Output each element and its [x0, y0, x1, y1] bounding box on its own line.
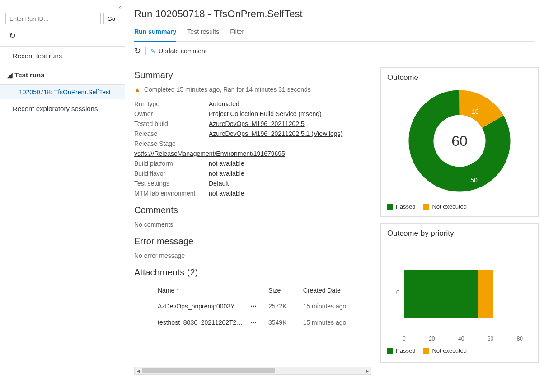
label-run-type: Run type [134, 100, 209, 107]
run-id-input[interactable] [5, 13, 101, 24]
legend-not-executed: Not executed [423, 203, 467, 210]
summary-panel: Summary ▲ Completed 15 minutes ago, Ran … [125, 61, 380, 392]
link-tested-build[interactable]: AzureDevOps_M196_20211202.5 [209, 120, 305, 127]
outcome-title: Outcome [387, 73, 532, 82]
link-release-stage[interactable]: vstfs:///ReleaseManagement/Environment/1… [134, 150, 285, 157]
outcome-card: Outcome 10 50 60 Passed Not executed [380, 67, 539, 217]
nav-test-runs-label: Test runs [14, 71, 44, 79]
value-mtm-env: not available [209, 190, 371, 197]
label-build-flavor: Build flavor [134, 170, 209, 177]
attachment-created: 15 minutes ago [300, 314, 371, 331]
label-release-stage: Release Stage [134, 140, 371, 147]
comments-heading: Comments [134, 205, 371, 215]
update-comment-label: Update comment [159, 47, 207, 55]
summary-grid: Run type Automated Owner Project Collect… [134, 100, 371, 197]
value-test-settings: Default [209, 180, 371, 187]
error-body: No error message [134, 252, 371, 259]
label-tested-build: Tested build [134, 120, 209, 127]
label-release: Release [134, 130, 209, 137]
tab-filter[interactable]: Filter [230, 28, 244, 41]
scroll-left-icon[interactable]: ◄ [135, 369, 142, 373]
bar-not-executed [478, 270, 493, 318]
priority-title: Outcome by priority [387, 229, 532, 238]
charts-panel: Outcome 10 50 60 Passed Not executed [380, 61, 544, 392]
label-owner: Owner [134, 110, 209, 117]
label-test-settings: Test settings [134, 180, 209, 187]
value-run-type: Automated [209, 100, 371, 107]
label-build-platform: Build platform [134, 160, 209, 167]
donut-green-value: 50 [470, 177, 478, 184]
donut-total: 60 [451, 133, 468, 149]
tab-run-summary[interactable]: Run summary [134, 28, 176, 42]
attachment-size: 3549K [266, 314, 300, 331]
legend-passed: Passed [387, 347, 415, 354]
attachments-table: Name ↑ Size Created Date AzDevOps_onprem… [134, 283, 371, 331]
warning-icon: ▲ [134, 86, 141, 93]
x-tick: 40 [458, 336, 464, 342]
more-icon[interactable]: ⋯ [250, 319, 257, 326]
bar-passed [404, 270, 478, 318]
outcome-donut-chart: 10 50 60 [387, 87, 532, 195]
nav-recent-test-runs[interactable]: Recent test runs [0, 47, 125, 65]
x-tick: 80 [517, 336, 523, 342]
legend-not-executed: Not executed [423, 347, 467, 354]
col-size[interactable]: Size [266, 283, 300, 298]
update-comment-button[interactable]: ✎ Update comment [150, 47, 207, 55]
attachment-name: testhost_8036_20211202T20… [155, 314, 248, 331]
main: Run 102050718 - TfsOnPrem.SelfTest Run s… [125, 0, 544, 392]
error-heading: Error message [134, 236, 371, 247]
nav-recent-exploratory-sessions[interactable]: Recent exploratory sessions [0, 99, 125, 118]
go-button[interactable]: Go [103, 13, 119, 24]
table-row[interactable]: AzDevOps_onpremp0003YO… ⋯ 2572K 15 minut… [134, 298, 371, 315]
label-mtm-env: MTM lab environment [134, 190, 209, 197]
more-icon[interactable]: ⋯ [250, 303, 257, 310]
pencil-icon: ✎ [150, 47, 156, 55]
x-tick: 0 [403, 336, 406, 342]
legend-passed: Passed [387, 203, 415, 210]
priority-card: Outcome by priority 0 0 20 40 60 [380, 223, 539, 363]
attachment-size: 2572K [266, 298, 300, 315]
x-tick: 20 [429, 336, 435, 342]
table-row[interactable]: testhost_8036_20211202T20… ⋯ 3549K 15 mi… [134, 314, 371, 331]
col-created[interactable]: Created Date [300, 283, 371, 298]
comments-body: No comments [134, 221, 371, 228]
attachments-heading: Attachments (2) [134, 267, 371, 278]
refresh-icon[interactable]: ↻ [9, 31, 16, 41]
toolbar-refresh-icon[interactable]: ↻ [134, 46, 141, 56]
link-release[interactable]: AzureDevOps_M196_20211202.5.1 (View logs… [209, 130, 342, 137]
toolbar-separator [145, 47, 146, 55]
collapse-sidebar-icon[interactable]: ‹ [0, 4, 125, 13]
run-status-text: Completed 15 minutes ago, Ran for 14 min… [144, 86, 311, 93]
y-tick-0: 0 [396, 289, 399, 296]
value-owner: Project Collection Build Service (mseng) [209, 110, 371, 117]
nav-test-runs[interactable]: ◢ Test runs [0, 65, 125, 85]
horizontal-scrollbar[interactable]: ◄ ► [134, 367, 371, 375]
toolbar: ↻ ✎ Update comment [125, 42, 544, 61]
col-name[interactable]: Name ↑ [155, 283, 248, 298]
attachment-created: 15 minutes ago [300, 298, 371, 315]
tab-bar: Run summary Test results Filter [134, 28, 535, 42]
priority-bar-chart: 0 0 20 40 60 80 Passed [387, 243, 532, 356]
x-tick: 60 [488, 336, 493, 342]
attachment-name: AzDevOps_onpremp0003YO… [155, 298, 248, 315]
value-build-flavor: not available [209, 170, 371, 177]
donut-orange-value: 10 [472, 108, 479, 115]
page-title: Run 102050718 - TfsOnPrem.SelfTest [134, 8, 535, 20]
summary-heading: Summary [134, 70, 371, 80]
value-build-platform: not available [209, 160, 371, 167]
sidebar: ‹ Go ↻ Recent test runs ◢ Test runs 1020… [0, 0, 125, 392]
tab-test-results[interactable]: Test results [187, 28, 219, 41]
scroll-right-icon[interactable]: ► [364, 369, 371, 373]
sidebar-run-item[interactable]: 102050718: TfsOnPrem.SelfTest [0, 85, 125, 99]
caret-icon: ◢ [7, 71, 13, 79]
